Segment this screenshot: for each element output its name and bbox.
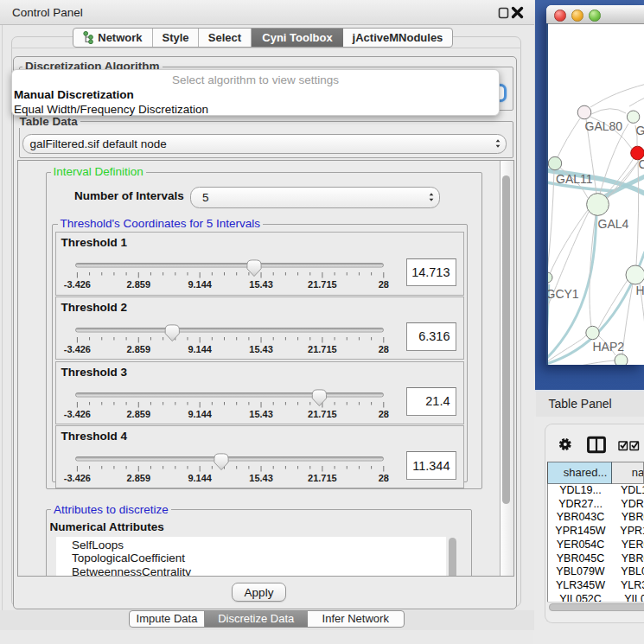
- svg-text:28: 28: [379, 279, 389, 290]
- svg-text:28: 28: [379, 472, 389, 482]
- svg-text:21.715: 21.715: [308, 279, 337, 290]
- svg-text:28: 28: [379, 343, 389, 354]
- svg-text:21.715: 21.715: [308, 343, 337, 354]
- svg-text:9.144: 9.144: [188, 408, 212, 418]
- svg-text:GAL80: GAL80: [584, 119, 622, 133]
- svg-text:28: 28: [379, 408, 389, 418]
- svg-text:21.715: 21.715: [308, 472, 337, 482]
- svg-text:2.859: 2.859: [127, 408, 151, 418]
- svg-text:21.715: 21.715: [308, 408, 337, 418]
- svg-text:15.43: 15.43: [249, 408, 273, 418]
- svg-text:HAP2: HAP2: [592, 340, 624, 354]
- svg-text:2.859: 2.859: [127, 343, 151, 354]
- svg-text:2.859: 2.859: [127, 279, 151, 290]
- svg-text:-3.426: -3.426: [64, 408, 91, 418]
- svg-text:-3.426: -3.426: [64, 279, 91, 290]
- svg-text:-3.426: -3.426: [64, 343, 91, 354]
- svg-text:GAL4: GAL4: [597, 217, 628, 231]
- svg-text:15.43: 15.43: [249, 279, 273, 290]
- svg-text:9.144: 9.144: [188, 279, 212, 290]
- svg-text:GAL11: GAL11: [556, 172, 593, 186]
- svg-text:-3.426: -3.426: [64, 472, 91, 482]
- svg-text:GCY1: GCY1: [546, 287, 579, 301]
- svg-text:HIS4: HIS4: [635, 284, 644, 297]
- svg-text:CDC6: CDC6: [638, 157, 644, 171]
- svg-text:GAL3: GAL3: [635, 124, 644, 137]
- svg-text:9.144: 9.144: [188, 343, 212, 354]
- svg-text:2.859: 2.859: [127, 472, 151, 482]
- svg-text:9.144: 9.144: [188, 472, 212, 482]
- svg-text:15.43: 15.43: [249, 343, 273, 354]
- svg-text:15.43: 15.43: [249, 472, 273, 482]
